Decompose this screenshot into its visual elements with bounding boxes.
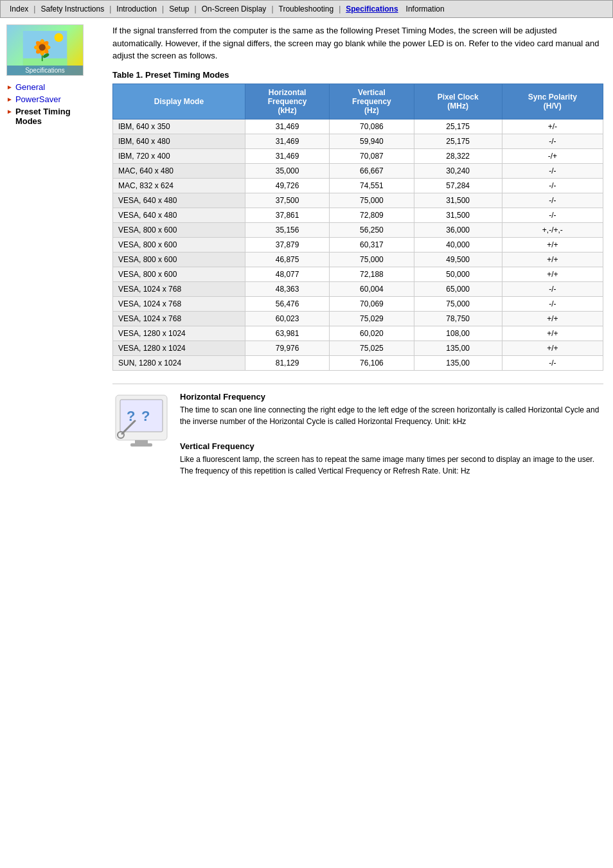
horizontal-freq-section: Horizontal Frequency The time to scan on… [180, 392, 603, 434]
nav-information[interactable]: Information [402, 3, 449, 15]
svg-point-2 [55, 33, 64, 42]
cell-sync: -/- [502, 296, 603, 311]
cell-pixel: 28,322 [414, 148, 502, 163]
arrow-powersaver: ► [6, 96, 13, 103]
cell-pixel: 36,000 [414, 222, 502, 237]
timing-table: Display Mode HorizontalFrequency(kHz) Ve… [112, 84, 603, 371]
cell-display-mode: SUN, 1280 x 1024 [113, 355, 245, 370]
nav-osd[interactable]: On-Screen Display [198, 3, 271, 15]
sidebar-logo: Specifications [6, 24, 84, 76]
cell-display-mode: VESA, 1024 x 768 [113, 311, 245, 326]
sidebar-label-powersaver: PowerSaver [15, 94, 61, 104]
sidebar-navigation: ► General ► PowerSaver ► Preset Timing M… [6, 81, 96, 127]
top-navigation: Index | Safety Instructions | Introducti… [0, 0, 613, 18]
table-row: IBM, 720 x 400 31,469 70,087 28,322 -/+ [113, 148, 603, 163]
nav-safety[interactable]: Safety Instructions [37, 3, 108, 15]
arrow-preset: ► [6, 108, 13, 115]
table-row: VESA, 1024 x 768 56,476 70,069 75,000 -/… [113, 296, 603, 311]
bottom-icon: ? ? [112, 392, 170, 450]
cell-v-freq: 60,004 [330, 281, 414, 296]
cell-sync: +/+ [502, 252, 603, 267]
sidebar-item-general[interactable]: ► General [6, 81, 96, 93]
table-row: VESA, 1024 x 768 60,023 75,029 78,750 +/… [113, 311, 603, 326]
cell-pixel: 25,175 [414, 134, 502, 148]
cell-sync: -/- [502, 281, 603, 296]
sidebar-label-preset: Preset Timing Modes [15, 107, 96, 126]
cell-sync: -/- [502, 163, 603, 178]
cell-display-mode: IBM, 720 x 400 [113, 148, 245, 163]
cell-pixel: 49,500 [414, 252, 502, 267]
sidebar-label-general: General [15, 82, 45, 92]
cell-v-freq: 60,020 [330, 326, 414, 341]
header-horizontal-freq: HorizontalFrequency(kHz) [245, 84, 329, 119]
cell-display-mode: VESA, 640 x 480 [113, 193, 245, 208]
cell-pixel: 65,000 [414, 281, 502, 296]
sidebar-item-powersaver[interactable]: ► PowerSaver [6, 93, 96, 105]
table-row: VESA, 800 x 600 48,077 72,188 50,000 +/+ [113, 267, 603, 281]
cell-h-freq: 48,363 [245, 281, 329, 296]
cell-h-freq: 81,129 [245, 355, 329, 370]
horizontal-freq-text: The time to scan one line connecting the… [180, 404, 603, 434]
cell-display-mode: VESA, 1024 x 768 [113, 296, 245, 311]
cell-display-mode: VESA, 1280 x 1024 [113, 341, 245, 355]
cell-h-freq: 37,879 [245, 237, 329, 252]
table-row: IBM, 640 x 480 31,469 59,940 25,175 -/- [113, 134, 603, 148]
vertical-freq-title: Vertical Frequency [180, 441, 603, 451]
cell-pixel: 57,284 [414, 178, 502, 193]
table-row: MAC, 640 x 480 35,000 66,667 30,240 -/- [113, 163, 603, 178]
cell-v-freq: 76,106 [330, 355, 414, 370]
table-row: VESA, 1280 x 1024 79,976 75,025 135,00 +… [113, 341, 603, 355]
cell-display-mode: IBM, 640 x 480 [113, 134, 245, 148]
table-row: VESA, 1280 x 1024 63,981 60,020 108,00 +… [113, 326, 603, 341]
cell-v-freq: 75,025 [330, 341, 414, 355]
cell-pixel: 135,00 [414, 341, 502, 355]
cell-v-freq: 74,551 [330, 178, 414, 193]
cell-h-freq: 60,023 [245, 311, 329, 326]
cell-sync: +/+ [502, 311, 603, 326]
svg-point-12 [39, 44, 46, 51]
cell-pixel: 108,00 [414, 326, 502, 341]
cell-display-mode: VESA, 800 x 600 [113, 267, 245, 281]
nav-setup[interactable]: Setup [165, 3, 193, 15]
cell-sync: -/- [502, 134, 603, 148]
sep1: | [32, 4, 37, 13]
nav-index[interactable]: Index [6, 3, 32, 15]
cell-v-freq: 56,250 [330, 222, 414, 237]
sidebar-item-preset[interactable]: ► Preset Timing Modes [6, 105, 96, 127]
nav-introduction[interactable]: Introduction [112, 3, 161, 15]
header-vertical-freq: VerticalFrequency(Hz) [330, 84, 414, 119]
cell-h-freq: 46,875 [245, 252, 329, 267]
main-content: If the signal transferred from the compu… [103, 24, 613, 500]
sep4: | [193, 4, 198, 13]
header-sync-polarity: Sync Polarity(H/V) [502, 84, 603, 119]
cell-pixel: 50,000 [414, 267, 502, 281]
table-row: SUN, 1280 x 1024 81,129 76,106 135,00 -/… [113, 355, 603, 370]
table-row: IBM, 640 x 350 31,469 70,086 25,175 +/- [113, 119, 603, 134]
cell-h-freq: 31,469 [245, 134, 329, 148]
table-row: VESA, 800 x 600 35,156 56,250 36,000 +,-… [113, 222, 603, 237]
cell-v-freq: 75,000 [330, 252, 414, 267]
cell-h-freq: 63,981 [245, 326, 329, 341]
nav-specifications[interactable]: Specifications [342, 3, 402, 15]
cell-pixel: 30,240 [414, 163, 502, 178]
cell-v-freq: 70,087 [330, 148, 414, 163]
nav-troubleshooting[interactable]: Troubleshooting [275, 3, 338, 15]
cell-pixel: 135,00 [414, 355, 502, 370]
cell-sync: -/- [502, 193, 603, 208]
cell-sync: +/+ [502, 326, 603, 341]
arrow-general: ► [6, 84, 13, 91]
cell-sync: +/- [502, 119, 603, 134]
cell-v-freq: 66,667 [330, 163, 414, 178]
cell-h-freq: 31,469 [245, 148, 329, 163]
horizontal-freq-title: Horizontal Frequency [180, 392, 603, 402]
cell-h-freq: 35,000 [245, 163, 329, 178]
cell-h-freq: 56,476 [245, 296, 329, 311]
cell-v-freq: 60,317 [330, 237, 414, 252]
cell-sync: -/+ [502, 148, 603, 163]
sep3: | [161, 4, 165, 13]
table-row: VESA, 1024 x 768 48,363 60,004 65,000 -/… [113, 281, 603, 296]
sep6: | [337, 4, 342, 13]
bottom-section: ? ? Horizontal Frequency The time to sca… [112, 384, 603, 491]
cell-pixel: 25,175 [414, 119, 502, 134]
cell-h-freq: 37,500 [245, 193, 329, 208]
